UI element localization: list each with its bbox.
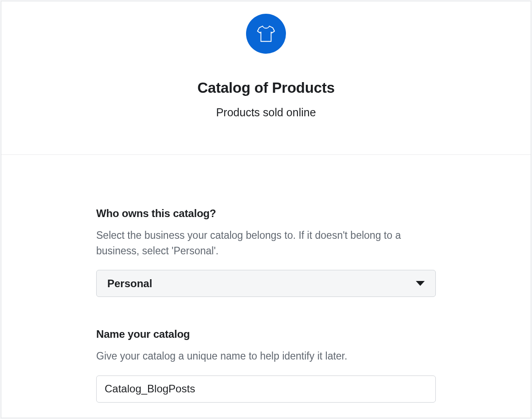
- form-section: Who owns this catalog? Select the busine…: [1, 155, 531, 419]
- name-field-group: Name your catalog Give your catalog a un…: [96, 328, 436, 403]
- header-section: Catalog of Products Products sold online: [1, 1, 531, 155]
- owner-field-group: Who owns this catalog? Select the busine…: [96, 207, 436, 297]
- catalog-create-panel: Catalog of Products Products sold online…: [1, 1, 531, 418]
- owner-field-help: Select the business your catalog belongs…: [96, 228, 436, 258]
- owner-select[interactable]: Personal: [96, 270, 436, 297]
- name-field-help: Give your catalog a unique name to help …: [96, 348, 436, 364]
- owner-select-value: Personal: [107, 277, 152, 290]
- page-title: Catalog of Products: [197, 79, 335, 96]
- owner-field-label: Who owns this catalog?: [96, 207, 436, 220]
- caret-down-icon: [416, 281, 425, 286]
- catalog-name-input[interactable]: [96, 376, 436, 403]
- name-field-label: Name your catalog: [96, 328, 436, 340]
- tshirt-icon: [246, 14, 286, 54]
- page-subtitle: Products sold online: [216, 106, 316, 119]
